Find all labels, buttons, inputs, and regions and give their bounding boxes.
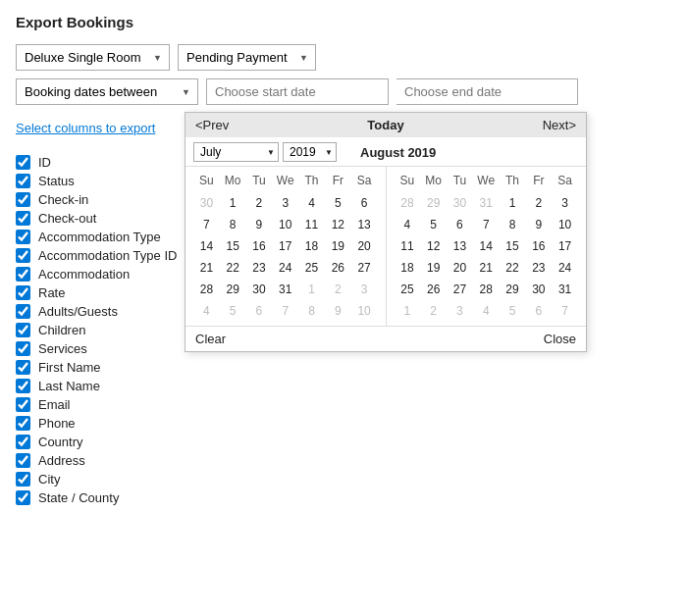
end-date-input[interactable] [396, 78, 578, 105]
august-day[interactable]: 30 [447, 192, 473, 214]
column-checkbox[interactable] [16, 285, 30, 300]
august-day[interactable]: 26 [420, 279, 447, 300]
august-day[interactable]: 17 [552, 235, 578, 257]
july-day[interactable]: 9 [325, 300, 351, 322]
august-day[interactable]: 4 [473, 300, 500, 322]
august-day[interactable]: 29 [420, 192, 447, 214]
august-day[interactable]: 4 [395, 214, 421, 235]
august-day[interactable]: 5 [420, 214, 447, 235]
august-day[interactable]: 22 [500, 257, 526, 279]
july-day[interactable]: 8 [220, 214, 246, 235]
august-day[interactable]: 14 [473, 235, 500, 257]
july-day[interactable]: 27 [351, 257, 378, 279]
july-day[interactable]: 25 [298, 257, 325, 279]
july-day[interactable]: 28 [193, 279, 220, 300]
august-day[interactable]: 3 [552, 192, 578, 214]
august-day[interactable]: 7 [552, 300, 578, 322]
july-day[interactable]: 18 [298, 235, 325, 257]
july-day[interactable]: 7 [193, 214, 220, 235]
august-day[interactable]: 6 [447, 214, 473, 235]
july-day[interactable]: 6 [246, 300, 273, 322]
august-day[interactable]: 21 [473, 257, 500, 279]
july-day[interactable]: 12 [325, 214, 351, 235]
august-day[interactable]: 2 [420, 300, 447, 322]
column-checkbox[interactable] [16, 360, 30, 375]
august-day[interactable]: 1 [395, 300, 421, 322]
july-day[interactable]: 10 [351, 300, 378, 322]
august-day[interactable]: 12 [420, 235, 447, 257]
july-day[interactable]: 13 [351, 214, 378, 235]
column-checkbox[interactable] [16, 230, 30, 244]
july-day[interactable]: 16 [246, 235, 273, 257]
column-checkbox[interactable] [16, 379, 30, 393]
august-day[interactable]: 1 [500, 192, 526, 214]
column-checkbox[interactable] [16, 472, 30, 487]
left-month-select[interactable]: JanuaryFebruaryMarch AprilMayJune JulyAu… [193, 142, 279, 162]
july-day[interactable]: 30 [193, 192, 220, 214]
prev-button[interactable]: <Prev [195, 118, 229, 132]
column-checkbox[interactable] [16, 211, 30, 226]
july-day[interactable]: 22 [220, 257, 246, 279]
august-day[interactable]: 18 [395, 257, 421, 279]
july-day[interactable]: 6 [351, 192, 378, 214]
july-day[interactable]: 31 [272, 279, 298, 300]
column-checkbox[interactable] [16, 192, 30, 207]
july-day[interactable]: 7 [272, 300, 298, 322]
august-day[interactable]: 2 [525, 192, 552, 214]
august-day[interactable]: 16 [525, 235, 552, 257]
dates-select[interactable]: Booking dates between Check-in dates bet… [16, 78, 198, 105]
column-checkbox[interactable] [16, 174, 30, 188]
july-day[interactable]: 8 [298, 300, 325, 322]
july-day[interactable]: 9 [246, 214, 273, 235]
july-day[interactable]: 19 [325, 235, 351, 257]
july-day[interactable]: 1 [220, 192, 246, 214]
august-day[interactable]: 27 [447, 279, 473, 300]
column-checkbox[interactable] [16, 323, 30, 337]
july-day[interactable]: 26 [325, 257, 351, 279]
august-day[interactable]: 31 [552, 279, 578, 300]
july-day[interactable]: 29 [220, 279, 246, 300]
august-day[interactable]: 10 [552, 214, 578, 235]
close-button[interactable]: Close [544, 332, 576, 346]
august-day[interactable]: 29 [500, 279, 526, 300]
column-checkbox[interactable] [16, 416, 30, 431]
column-checkbox[interactable] [16, 155, 30, 170]
august-day[interactable]: 5 [500, 300, 526, 322]
july-day[interactable]: 20 [351, 235, 378, 257]
july-day[interactable]: 10 [272, 214, 298, 235]
july-day[interactable]: 11 [298, 214, 325, 235]
july-day[interactable]: 1 [298, 279, 325, 300]
august-day[interactable]: 25 [395, 279, 421, 300]
column-checkbox[interactable] [16, 304, 30, 319]
room-select[interactable]: Deluxe Single Room Standard Room Suite [16, 44, 170, 71]
july-day[interactable]: 4 [193, 300, 220, 322]
clear-button[interactable]: Clear [195, 332, 226, 346]
august-day[interactable]: 28 [395, 192, 421, 214]
july-day[interactable]: 21 [193, 257, 220, 279]
column-checkbox[interactable] [16, 248, 30, 263]
july-day[interactable]: 14 [193, 235, 220, 257]
july-day[interactable]: 5 [220, 300, 246, 322]
select-columns-link[interactable]: Select columns to export [16, 121, 155, 135]
august-day[interactable]: 28 [473, 279, 500, 300]
august-day[interactable]: 31 [473, 192, 500, 214]
column-checkbox[interactable] [16, 490, 30, 505]
august-day[interactable]: 24 [552, 257, 578, 279]
july-day[interactable]: 4 [298, 192, 325, 214]
column-checkbox[interactable] [16, 453, 30, 468]
august-day[interactable]: 8 [500, 214, 526, 235]
july-day[interactable]: 23 [246, 257, 273, 279]
august-day[interactable]: 3 [447, 300, 473, 322]
july-day[interactable]: 3 [272, 192, 298, 214]
july-day[interactable]: 2 [325, 279, 351, 300]
august-day[interactable]: 30 [525, 279, 552, 300]
july-day[interactable]: 3 [351, 279, 378, 300]
start-date-input[interactable] [206, 78, 389, 105]
today-button[interactable]: Today [367, 118, 403, 132]
left-year-select[interactable]: 2017201820192020 [283, 142, 337, 162]
august-day[interactable]: 6 [525, 300, 552, 322]
august-day[interactable]: 13 [447, 235, 473, 257]
august-day[interactable]: 23 [525, 257, 552, 279]
july-day[interactable]: 24 [272, 257, 298, 279]
august-day[interactable]: 7 [473, 214, 500, 235]
